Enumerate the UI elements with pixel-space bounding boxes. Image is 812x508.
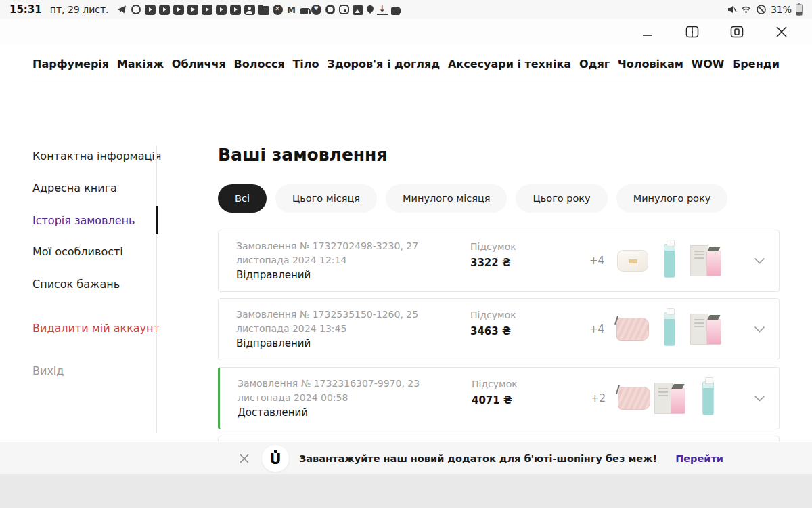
telegram-icon	[116, 4, 127, 15]
product-thumb-perfume	[688, 238, 725, 283]
nav-item-face[interactable]: Обличчя	[172, 58, 226, 70]
close-icon[interactable]	[237, 451, 252, 466]
order-status: Відправлений	[236, 337, 465, 350]
filter-last-month[interactable]: Минулого місяця	[386, 184, 508, 213]
fan-icon	[273, 5, 283, 15]
order-total: 4071 ₴	[472, 394, 518, 406]
order-card[interactable]: Замовлення № 1732702498-3230, 27 листопа…	[218, 230, 780, 292]
taskbar: 5 26 PDF 16 BROCARD answear 24	[0, 474, 812, 508]
nav-item-perfumery[interactable]: Парфумерія	[32, 58, 109, 70]
location-icon	[365, 4, 375, 14]
order-more-count: +4	[589, 230, 604, 291]
battery-icon	[796, 4, 803, 16]
viber-icon	[131, 4, 141, 15]
order-summary-label: Підсумок	[470, 310, 516, 320]
order-total: 3322 ₴	[470, 257, 516, 269]
product-thumb-bottle	[651, 307, 688, 352]
download-icon: ↓	[377, 4, 388, 15]
nav-item-brands[interactable]: Бренди	[732, 58, 780, 70]
status-bar: 15:31 пт, 29 лист. M ↓ 31%	[0, 0, 812, 19]
minimize-button[interactable]	[640, 24, 655, 39]
banner-text: Завантажуйте наш новий додаток для б'юті…	[299, 453, 657, 464]
order-more-count: +2	[591, 368, 606, 429]
sidebar-item-my-features[interactable]: Мої особливості	[32, 245, 123, 258]
sidebar-item-address-book[interactable]: Адресна книга	[32, 182, 117, 194]
close-window-button[interactable]	[774, 24, 789, 39]
browser-icon	[325, 4, 336, 15]
nav-item-clothes[interactable]: Одяг	[579, 58, 610, 70]
folder-icon	[258, 6, 269, 15]
popup-view-button[interactable]	[729, 24, 744, 39]
filter-this-year[interactable]: Цього року	[516, 184, 607, 213]
wifi-icon	[741, 4, 752, 15]
nav-item-men[interactable]: Чоловікам	[618, 58, 683, 70]
chevron-down-icon[interactable]	[754, 230, 765, 291]
date: пт, 29 лист.	[50, 4, 109, 15]
order-summary-label: Підсумок	[472, 379, 518, 389]
split-screen-button[interactable]	[685, 24, 700, 39]
product-thumb-cosmetic-bag	[614, 238, 651, 283]
app-promo-banner: U Завантажуйте наш новий додаток для б'ю…	[0, 442, 812, 474]
order-status: Відправлений	[236, 269, 465, 281]
mute-icon	[726, 4, 737, 15]
product-thumb-perfume	[652, 376, 690, 421]
do-not-disturb-icon	[756, 4, 767, 15]
profile-icon	[244, 5, 255, 15]
lock-icon	[300, 8, 308, 14]
shopping-bag-icon	[391, 7, 400, 15]
chevron-down-icon[interactable]	[754, 368, 765, 429]
youtube-notification-icon	[216, 5, 227, 15]
nav-item-accessories[interactable]: Аксесуари і техніка	[448, 58, 571, 70]
product-thumb-cosmetic-bag	[615, 376, 652, 421]
youtube-notification-icon	[230, 5, 241, 15]
sidebar-item-wishlist[interactable]: Список бажань	[32, 278, 120, 291]
nav-item-hair[interactable]: Волосся	[234, 58, 285, 70]
youtube-notification-icon	[145, 5, 156, 15]
order-number: Замовлення № 1732535150-1260, 25 листопа…	[236, 308, 465, 336]
filter-last-year[interactable]: Минулого року	[616, 184, 728, 213]
sidebar-active-indicator	[156, 206, 158, 234]
sidebar-item-contact-info[interactable]: Контактна інформація	[32, 150, 161, 163]
gallery-icon	[353, 5, 363, 15]
product-thumb-cosmetic-bag	[614, 307, 651, 352]
makeup-logo: U	[262, 445, 289, 472]
window-titlebar	[0, 19, 812, 45]
banner-go-link[interactable]: Перейти	[675, 453, 723, 464]
filter-all[interactable]: Всі	[218, 184, 267, 213]
nav-item-wow[interactable]: WOW	[692, 58, 725, 70]
gmail-icon: M	[286, 4, 297, 15]
filter-this-month[interactable]: Цього місяця	[275, 184, 377, 213]
order-status: Доставлений	[238, 406, 466, 419]
nav-item-body[interactable]: Тіло	[292, 58, 319, 70]
order-number: Замовлення № 1732316307-9970, 23 листопа…	[238, 377, 466, 405]
order-card[interactable]: Замовлення № 1732316307-9970, 23 листопа…	[218, 367, 780, 429]
health-icon	[311, 5, 321, 15]
sidebar-divider	[156, 146, 157, 433]
order-more-count: +4	[589, 299, 604, 360]
order-filters: Всі Цього місяця Минулого місяця Цього р…	[218, 184, 727, 213]
order-card[interactable]: Замовлення № 1732535150-1260, 25 листопа…	[218, 298, 780, 360]
clock: 15:31	[9, 3, 42, 16]
product-thumb-bottle	[651, 238, 688, 283]
battery-percent: 31%	[771, 4, 792, 15]
chevron-down-icon[interactable]	[754, 299, 765, 360]
chat-icon	[339, 5, 349, 14]
nav-item-health[interactable]: Здоров'я і догляд	[327, 58, 440, 70]
youtube-notification-icon	[202, 5, 212, 15]
nav-item-makeup[interactable]: Макіяж	[117, 58, 164, 70]
page-title: Ваші замовлення	[218, 145, 387, 165]
order-summary-label: Підсумок	[470, 241, 516, 252]
notification-icons: M ↓	[116, 4, 400, 15]
nav-divider	[32, 83, 780, 83]
sidebar-item-order-history[interactable]: Історія замовлень	[32, 214, 135, 227]
category-nav: Парфумерія Макіяж Обличчя Волосся Тіло З…	[32, 45, 780, 83]
product-thumb-perfume	[688, 307, 725, 352]
youtube-notification-icon	[187, 5, 198, 15]
youtube-notification-icon	[159, 5, 170, 15]
youtube-notification-icon	[173, 5, 184, 15]
order-total: 3463 ₴	[470, 325, 516, 337]
sidebar-item-delete-account[interactable]: Видалити мій аккаунт	[32, 322, 160, 335]
order-number: Замовлення № 1732702498-3230, 27 листопа…	[236, 239, 465, 268]
sidebar-item-logout[interactable]: Вихід	[32, 364, 64, 377]
status-right: 31%	[726, 4, 803, 16]
